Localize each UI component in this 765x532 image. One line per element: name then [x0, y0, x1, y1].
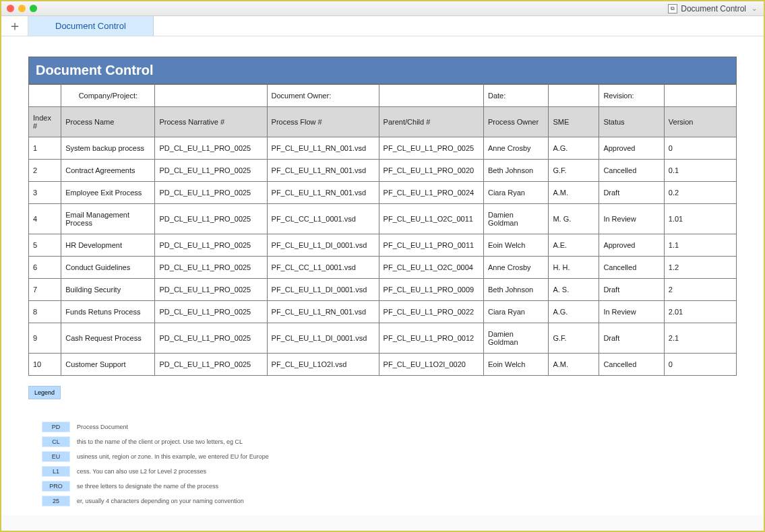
cell-flow[interactable]: PF_CL_EU_L1_DI_0001.vsd — [267, 234, 379, 257]
minimize-window-icon[interactable] — [18, 5, 26, 12]
meta-cell[interactable] — [29, 85, 61, 107]
cell-idx[interactable]: 5 — [29, 234, 61, 257]
cell-pc[interactable]: PF_CL_EU_L1_O2C_0011 — [379, 204, 483, 234]
cell-owner[interactable]: Anne Crosby — [483, 137, 548, 160]
cell-owner[interactable]: Eoin Welch — [483, 354, 548, 376]
cell-ver[interactable]: 2 — [664, 279, 736, 301]
th-sme[interactable]: SME — [549, 107, 599, 137]
cell-pc[interactable]: PF_CL_EU_L1_PRO_0012 — [379, 323, 483, 354]
cell-pc[interactable]: PF_CL_EU_L1_PRO_0025 — [379, 137, 483, 160]
cell-status[interactable]: Cancelled — [599, 257, 664, 279]
cell-sme[interactable]: A.G. — [549, 301, 599, 323]
cell-sme[interactable]: H. H. — [549, 257, 599, 279]
cell-ver[interactable]: 0.2 — [664, 182, 736, 204]
window-title[interactable]: ⧉ Document Control ⌄ — [668, 4, 757, 13]
cell-name[interactable]: Employee Exit Process — [61, 182, 155, 204]
cell-narr[interactable]: PD_CL_EU_L1_PRO_0025 — [155, 204, 267, 234]
cell-idx[interactable]: 6 — [29, 257, 61, 279]
cell-owner[interactable]: Beth Johnson — [483, 160, 548, 182]
th-idx[interactable]: Index # — [29, 107, 61, 137]
cell-name[interactable]: HR Development — [61, 234, 155, 257]
cell-status[interactable]: Draft — [599, 323, 664, 354]
meta-cell[interactable] — [155, 85, 267, 107]
th-narr[interactable]: Process Narrative # — [155, 107, 267, 137]
cell-narr[interactable]: PD_CL_EU_L1_PRO_0025 — [155, 182, 267, 204]
cell-ver[interactable]: 0.1 — [664, 160, 736, 182]
tab-document-control[interactable]: Document Control — [28, 16, 154, 36]
cell-narr[interactable]: PD_CL_EU_L1_PRO_0025 — [155, 301, 267, 323]
meta-cell[interactable] — [664, 85, 736, 107]
cell-narr[interactable]: PD_CL_EU_L1_PRO_0025 — [155, 234, 267, 257]
cell-owner[interactable]: Anne Crosby — [483, 257, 548, 279]
cell-status[interactable]: In Review — [599, 204, 664, 234]
cell-sme[interactable]: A.E. — [549, 234, 599, 257]
cell-ver[interactable]: 1.1 — [664, 234, 736, 257]
cell-owner[interactable]: Beth Johnson — [483, 279, 548, 301]
add-tab-button[interactable]: ＋ — [1, 16, 28, 36]
cell-pc[interactable]: PF_CL_EU_L1_PRO_0024 — [379, 182, 483, 204]
cell-status[interactable]: Draft — [599, 279, 664, 301]
cell-sme[interactable]: M. G. — [549, 204, 599, 234]
cell-narr[interactable]: PD_CL_EU_L1_PRO_0025 — [155, 160, 267, 182]
cell-pc[interactable]: PF_CL_EU_L1_PRO_0022 — [379, 301, 483, 323]
cell-owner[interactable]: Ciara Ryan — [483, 301, 548, 323]
cell-pc[interactable]: PF_CL_EU_L1_O2C_0004 — [379, 257, 483, 279]
cell-sme[interactable]: G.F. — [549, 160, 599, 182]
cell-idx[interactable]: 9 — [29, 323, 61, 354]
cell-flow[interactable]: PF_CL_CC_L1_0001.vsd — [267, 204, 379, 234]
th-name[interactable]: Process Name — [61, 107, 155, 137]
cell-status[interactable]: Cancelled — [599, 160, 664, 182]
close-window-icon[interactable] — [7, 5, 14, 12]
cell-name[interactable]: Contract Agreements — [61, 160, 155, 182]
cell-idx[interactable]: 10 — [29, 354, 61, 376]
cell-flow[interactable]: PF_CL_EU_L1_RN_001.vsd — [267, 301, 379, 323]
cell-name[interactable]: Funds Retuns Process — [61, 301, 155, 323]
meta-company[interactable]: Company/Project: — [61, 85, 155, 107]
cell-flow[interactable]: PF_CL_EU_L1O2I.vsd — [267, 354, 379, 376]
cell-narr[interactable]: PD_CL_EU_L1_PRO_0025 — [155, 323, 267, 354]
table-row[interactable]: 3Employee Exit ProcessPD_CL_EU_L1_PRO_00… — [29, 182, 737, 204]
cell-flow[interactable]: PF_CL_EU_L1_RN_001.vsd — [267, 160, 379, 182]
cell-owner[interactable]: Eoin Welch — [483, 234, 548, 257]
th-ver[interactable]: Version — [664, 107, 736, 137]
table-row[interactable]: 10Customer SupportPD_CL_EU_L1_PRO_0025PF… — [29, 354, 737, 376]
table-row[interactable]: 4Email Management ProcessPD_CL_EU_L1_PRO… — [29, 204, 737, 234]
cell-idx[interactable]: 7 — [29, 279, 61, 301]
th-flow[interactable]: Process Flow # — [267, 107, 379, 137]
cell-ver[interactable]: 0 — [664, 137, 736, 160]
cell-status[interactable]: Draft — [599, 182, 664, 204]
cell-idx[interactable]: 8 — [29, 301, 61, 323]
cell-ver[interactable]: 0 — [664, 354, 736, 376]
th-status[interactable]: Status — [599, 107, 664, 137]
cell-owner[interactable]: Damien Goldman — [483, 323, 548, 354]
cell-sme[interactable]: A. S. — [549, 279, 599, 301]
cell-name[interactable]: Customer Support — [61, 354, 155, 376]
cell-sme[interactable]: A.G. — [549, 137, 599, 160]
table-row[interactable]: 5HR DevelopmentPD_CL_EU_L1_PRO_0025PF_CL… — [29, 234, 737, 257]
table-row[interactable]: 7Building SecurityPD_CL_EU_L1_PRO_0025PF… — [29, 279, 737, 301]
cell-idx[interactable]: 4 — [29, 204, 61, 234]
cell-status[interactable]: In Review — [599, 301, 664, 323]
cell-pc[interactable]: PF_CL_EU_L1_PRO_0011 — [379, 234, 483, 257]
cell-name[interactable]: Building Security — [61, 279, 155, 301]
legend-button[interactable]: Legend — [28, 386, 61, 399]
meta-revision[interactable]: Revision: — [599, 85, 664, 107]
meta-cell[interactable] — [379, 85, 483, 107]
cell-owner[interactable]: Ciara Ryan — [483, 182, 548, 204]
maximize-window-icon[interactable] — [30, 5, 37, 12]
cell-narr[interactable]: PD_CL_EU_L1_PRO_0025 — [155, 279, 267, 301]
meta-date[interactable]: Date: — [483, 85, 548, 107]
cell-pc[interactable]: PF_CL_EU_L1_PRO_0009 — [379, 279, 483, 301]
cell-idx[interactable]: 2 — [29, 160, 61, 182]
cell-flow[interactable]: PF_CL_EU_L1_RN_001.vsd — [267, 182, 379, 204]
th-pc[interactable]: Parent/Child # — [379, 107, 483, 137]
cell-flow[interactable]: PF_CL_EU_L1_RN_001.vsd — [267, 137, 379, 160]
cell-ver[interactable]: 2.1 — [664, 323, 736, 354]
cell-owner[interactable]: Damien Goldman — [483, 204, 548, 234]
cell-name[interactable]: Email Management Process — [61, 204, 155, 234]
cell-narr[interactable]: PD_CL_EU_L1_PRO_0025 — [155, 257, 267, 279]
cell-sme[interactable]: G.F. — [549, 323, 599, 354]
meta-cell[interactable] — [549, 85, 599, 107]
cell-status[interactable]: Cancelled — [599, 354, 664, 376]
cell-sme[interactable]: A.M. — [549, 182, 599, 204]
